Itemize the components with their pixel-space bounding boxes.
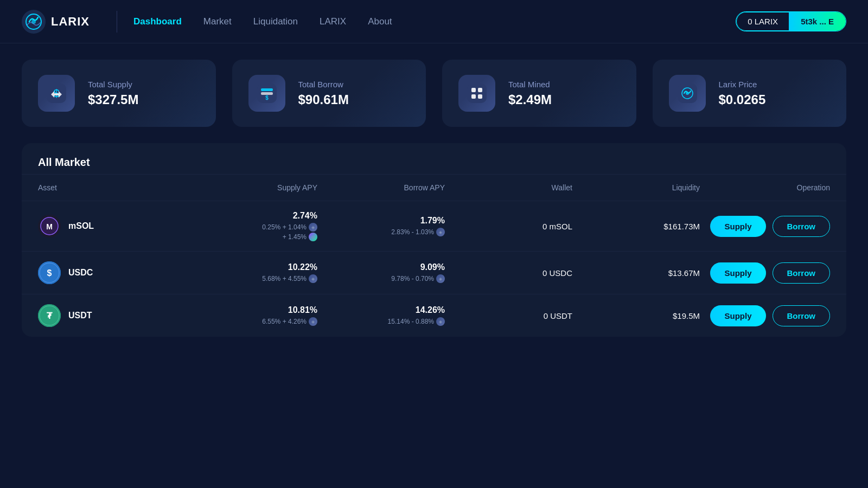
borrow-usdc-button[interactable]: Borrow xyxy=(773,262,831,284)
total-supply-value: $327.5M xyxy=(88,92,138,107)
table-header: Asset Supply APY Borrow APY Wallet Liqui… xyxy=(22,175,846,201)
larix-brand-icon xyxy=(678,84,697,103)
supply-usdt-button[interactable]: Supply xyxy=(710,305,765,326)
liquidity-msol: $161.73M xyxy=(572,222,700,231)
svg-rect-6 xyxy=(261,88,273,91)
nav-divider xyxy=(117,11,117,33)
svg-text:$: $ xyxy=(47,268,52,278)
nav-dashboard[interactable]: Dashboard xyxy=(133,16,182,27)
col-asset: Asset xyxy=(38,183,190,192)
nav-larix[interactable]: LARIX xyxy=(320,16,346,27)
col-supply-apy: Supply APY xyxy=(190,183,317,192)
market-header: All Market xyxy=(22,143,846,175)
supply-apy-msol: 2.74% 0.25% + 1.04% ◈ + 1.45% ◎ xyxy=(190,211,317,241)
svg-rect-13 xyxy=(478,94,482,99)
asset-name-msol: mSOL xyxy=(68,221,94,231)
total-borrow-icon-wrap: $ xyxy=(248,75,285,112)
table-row: ₮ USDT 10.81% 6.55% + 4.26% ◈ 14.26% 15.… xyxy=(22,294,846,337)
operation-msol: Supply Borrow xyxy=(700,216,830,237)
larix-mini-icon3: ◈ xyxy=(309,274,317,283)
dollar-icon: $ xyxy=(257,84,277,103)
larix-mini-icon5: ◈ xyxy=(309,317,317,326)
stat-larix-price: Larix Price $0.0265 xyxy=(653,60,847,127)
asset-name-usdt: USDT xyxy=(68,311,92,320)
total-mined-icon-wrap xyxy=(458,75,495,112)
col-wallet: Wallet xyxy=(445,183,572,192)
larix-price-info: Larix Price $0.0265 xyxy=(719,80,766,107)
larix-mini-icon4: ◈ xyxy=(436,274,445,283)
market-section: All Market Asset Supply APY Borrow APY W… xyxy=(22,143,846,337)
asset-cell-usdt: ₮ USDT xyxy=(38,304,190,327)
wallet-usdt: 0 USDT xyxy=(445,311,572,320)
dollar-arrows-icon: $ xyxy=(47,84,66,103)
borrow-apy-usdt: 14.26% 15.14% - 0.88% ◈ xyxy=(317,305,445,326)
svg-point-16 xyxy=(686,92,689,95)
asset-cell-usdc: $ USDC xyxy=(38,261,190,284)
larix-mini-icon6: ◈ xyxy=(436,317,445,326)
logo-icon xyxy=(22,10,46,34)
usdt-icon: ₮ xyxy=(38,304,61,327)
stat-total-supply: $ Total Supply $327.5M xyxy=(22,60,216,127)
grid-icon xyxy=(467,84,487,103)
col-borrow-apy: Borrow APY xyxy=(317,183,445,192)
total-borrow-value: $90.61M xyxy=(298,92,349,107)
liquidity-usdt: $19.5M xyxy=(572,311,700,320)
total-supply-info: Total Supply $327.5M xyxy=(88,80,138,107)
larix-price-label: Larix Price xyxy=(719,80,766,89)
col-liquidity: Liquidity xyxy=(572,183,700,192)
total-borrow-info: Total Borrow $90.61M xyxy=(298,80,349,107)
msol-icon: M xyxy=(38,215,61,237)
supply-msol-button[interactable]: Supply xyxy=(710,216,765,237)
total-supply-label: Total Supply xyxy=(88,80,138,89)
asset-name-usdc: USDC xyxy=(68,268,93,278)
total-mined-label: Total Mined xyxy=(508,80,552,89)
svg-text:₮: ₮ xyxy=(47,311,53,320)
nav-market[interactable]: Market xyxy=(203,16,232,27)
liquidity-usdc: $13.67M xyxy=(572,268,700,278)
usdc-icon: $ xyxy=(38,261,61,284)
svg-rect-11 xyxy=(478,88,482,92)
wallet-container: 0 LARIX 5t3k ... E xyxy=(736,11,846,31)
table-row: $ USDC 10.22% 5.68% + 4.55% ◈ 9.09% 9.78… xyxy=(22,252,846,294)
svg-point-2 xyxy=(31,20,36,24)
borrow-apy-usdc: 9.09% 9.78% - 0.70% ◈ xyxy=(317,262,445,283)
svg-rect-10 xyxy=(471,88,476,92)
supply-apy-usdt: 10.81% 6.55% + 4.26% ◈ xyxy=(190,305,317,326)
asset-cell-msol: M mSOL xyxy=(38,215,190,237)
larix-mini-icon2: ◈ xyxy=(436,228,445,236)
svg-rect-9 xyxy=(467,84,487,103)
larix-price-icon-wrap xyxy=(669,75,706,112)
operation-usdc: Supply Borrow xyxy=(700,262,830,284)
col-operation: Operation xyxy=(700,183,830,192)
larix-mini-icon: ◈ xyxy=(309,223,317,232)
larix-price-value: $0.0265 xyxy=(719,92,766,107)
total-borrow-label: Total Borrow xyxy=(298,80,349,89)
total-mined-value: $2.49M xyxy=(508,92,552,107)
stat-total-borrow: $ Total Borrow $90.61M xyxy=(232,60,426,127)
stats-section: $ Total Supply $327.5M $ Total Borrow $9… xyxy=(0,43,868,138)
total-supply-icon-wrap: $ xyxy=(38,75,75,112)
nav-liquidation[interactable]: Liquidation xyxy=(253,16,298,27)
svg-text:$: $ xyxy=(265,95,269,101)
logo-text: LARIX xyxy=(51,15,90,29)
wallet-eth-address[interactable]: 5t3k ... E xyxy=(789,12,846,31)
market-title: All Market xyxy=(38,156,830,169)
borrow-apy-msol: 1.79% 2.83% - 1.03% ◈ xyxy=(317,216,445,236)
svg-text:M: M xyxy=(46,222,53,231)
logo-area: LARIX xyxy=(22,10,90,34)
header: LARIX Dashboard Market Liquidation LARIX… xyxy=(0,0,868,43)
wallet-usdc: 0 USDC xyxy=(445,268,572,278)
stat-total-mined: Total Mined $2.49M xyxy=(442,60,636,127)
operation-usdt: Supply Borrow xyxy=(700,305,830,326)
wallet-msol: 0 mSOL xyxy=(445,222,572,231)
borrow-msol-button[interactable]: Borrow xyxy=(773,216,831,237)
sol-mini-icon: ◎ xyxy=(309,233,317,241)
borrow-usdt-button[interactable]: Borrow xyxy=(773,305,831,326)
wallet-larix-balance[interactable]: 0 LARIX xyxy=(736,12,789,31)
supply-usdc-button[interactable]: Supply xyxy=(710,262,765,284)
table-row: M mSOL 2.74% 0.25% + 1.04% ◈ + 1.45% ◎ 1… xyxy=(22,201,846,252)
main-nav: Dashboard Market Liquidation LARIX About xyxy=(133,16,736,27)
nav-about[interactable]: About xyxy=(368,16,392,27)
svg-rect-12 xyxy=(471,94,476,99)
total-mined-info: Total Mined $2.49M xyxy=(508,80,552,107)
